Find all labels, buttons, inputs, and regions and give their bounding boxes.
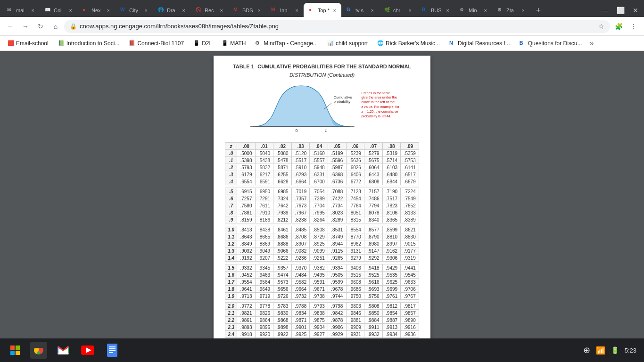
prob-cell: .8665 (255, 233, 273, 240)
table-row: .6.7257.7291.7324.7357.7389.7422.7454.74… (225, 195, 419, 202)
forward-button[interactable]: → (19, 20, 32, 33)
address-bar[interactable]: 🔒 cnow.apps.ng.cengage.com/ilrn/books/as… (64, 20, 610, 33)
tab-rec[interactable]: 🚫 Rec × (190, 3, 228, 17)
prob-cell: .7517 (382, 195, 401, 202)
prob-cell: .9778 (255, 303, 273, 310)
bell-curve-fill (253, 86, 350, 126)
tab-zta[interactable]: ⚙ Zta × (492, 3, 530, 17)
prob-cell: .5948 (310, 164, 328, 171)
tab-favicon-city: W (120, 7, 127, 14)
prob-cell: .6844 (382, 178, 401, 185)
bookmark-quesitons[interactable]: B Quesitons for Discu... (516, 39, 586, 48)
prob-cell: .5359 (401, 150, 419, 157)
tab-close-col[interactable]: × (69, 8, 72, 13)
prob-cell: .9429 (382, 264, 401, 272)
bookmark-favicon-child: 📊 (327, 40, 334, 47)
tab-close-inb[interactable]: × (296, 8, 298, 13)
tab-close-bds[interactable]: × (258, 8, 261, 13)
tab-col[interactable]: 📖 Col × (40, 3, 77, 17)
taskbar-docs-icon[interactable] (104, 342, 121, 359)
prob-cell: .7642 (273, 202, 292, 209)
tab-close-top[interactable]: × (333, 8, 336, 13)
taskbar-chrome-icon[interactable] (30, 342, 47, 359)
tab-close-nex[interactable]: × (107, 8, 110, 13)
battery-icon: 🔋 (611, 346, 619, 354)
prob-cell: .6700 (310, 178, 328, 185)
tab-close-min[interactable]: × (484, 8, 487, 13)
tab-favicon-nex: ● (83, 7, 89, 14)
bookmark-child-support[interactable]: 📊 child support (323, 39, 372, 48)
tab-favicon-dra: 🌐 (158, 7, 165, 14)
z-value-cell: .2 (225, 164, 237, 171)
bookmark-digital-resources[interactable]: N Digital Resources f... (446, 39, 514, 48)
prob-cell: .8023 (328, 209, 347, 216)
table-row: 2.0.9772.9778.9783.9788.9793.9798.9803.9… (225, 303, 419, 310)
maximize-button[interactable]: ⬜ (614, 4, 627, 17)
bookmark-star-icon[interactable]: ☆ (598, 23, 604, 30)
tab-top[interactable]: ● Top * × (304, 3, 341, 17)
prob-cell: .9115 (328, 247, 347, 255)
tab-favicon-col: 📖 (45, 7, 51, 14)
prob-cell: .9345 (255, 264, 273, 272)
bookmarks-more-icon[interactable]: » (590, 39, 594, 48)
address-url: cnow.apps.ng.cengage.com/ilrn/books/ases… (80, 23, 592, 30)
tab-bus[interactable]: B BUS × (417, 3, 454, 17)
prob-cell: .9868 (273, 317, 292, 324)
tab-inb[interactable]: M Inb × (266, 3, 304, 17)
tab-nex[interactable]: ● Nex × (77, 3, 115, 17)
close-button[interactable]: ✕ (629, 4, 642, 17)
tab-close-rec[interactable]: × (220, 8, 223, 13)
bookmark-d2l[interactable]: 📱 D2L (190, 39, 216, 48)
menu-button[interactable]: ⋮ (627, 20, 640, 33)
taskbar-left (8, 342, 121, 359)
bell-curve-svg: 0 z Cumulative probability Entries in th… (225, 82, 419, 139)
prob-cell: .5557 (310, 157, 328, 164)
extensions-button[interactable]: 🧩 (612, 20, 625, 33)
bookmark-mindtap[interactable]: ⚙ MindTap - Cengage... (251, 39, 322, 48)
prob-cell: .9934 (382, 331, 401, 338)
prob-cell: .7967 (291, 209, 310, 216)
bookmark-label-soci: Introduction to Soci... (66, 40, 120, 47)
tab-bar: ✉ mai × 📖 Col × ● Nex × W City × 🌐 Dra ×… (0, 0, 644, 17)
tab-mai[interactable]: ✉ mai × (2, 3, 40, 17)
minimize-button[interactable]: — (599, 4, 612, 17)
prob-cell: .6664 (291, 178, 310, 185)
tab-tvs[interactable]: G tv s × (341, 3, 379, 17)
prob-cell: .9842 (328, 310, 347, 317)
prob-cell: .5319 (382, 150, 401, 157)
tab-close-city[interactable]: × (145, 8, 148, 13)
home-button[interactable]: ⌂ (49, 20, 62, 33)
taskbar-youtube-icon[interactable] (79, 342, 96, 359)
bookmarks-bar: 🟥 Email-school 📗 Introduction to Soci...… (0, 36, 644, 51)
back-button[interactable]: ← (4, 20, 17, 33)
bookmark-intro-soci[interactable]: 📗 Introduction to Soci... (54, 39, 124, 48)
tab-dra[interactable]: 🌐 Dra × (153, 3, 190, 17)
prob-cell: .8888 (273, 240, 292, 247)
tab-bds[interactable]: M BDS × (228, 3, 266, 17)
bookmark-email-school[interactable]: 🟥 Email-school (4, 39, 52, 48)
tab-close-dra[interactable]: × (182, 8, 185, 13)
add-icon[interactable]: ⊕ (583, 345, 590, 355)
bookmark-math[interactable]: 📱 MATH (218, 39, 249, 48)
taskbar-gmail-icon[interactable] (55, 342, 72, 359)
tab-close-zta[interactable]: × (522, 8, 525, 13)
tab-close-chr[interactable]: × (409, 8, 412, 13)
bookmark-rick-barker[interactable]: 🌐 Rick Barker's Music... (373, 39, 444, 48)
tab-close-bus[interactable]: × (446, 8, 449, 13)
prob-cell: .8461 (273, 226, 292, 233)
bookmark-connect-biol[interactable]: 📕 Connect-Biol 1107 (125, 39, 188, 48)
prob-cell: .9925 (291, 331, 310, 338)
windows-icon[interactable] (8, 343, 23, 358)
prob-cell: .9916 (401, 324, 419, 331)
tab-city[interactable]: W City × (115, 3, 153, 17)
tab-min[interactable]: ⚙ Min × (454, 3, 492, 17)
tab-chr[interactable]: 🌿 chr × (379, 3, 417, 17)
col-header-06: .06 (346, 143, 364, 150)
prob-cell: .5398 (237, 157, 256, 164)
prob-cell: .9505 (328, 272, 347, 279)
cumulative-prob-label1: Cumulative (334, 95, 352, 99)
new-tab-button[interactable]: + (532, 4, 545, 17)
reload-button[interactable]: ↻ (34, 20, 47, 33)
tab-close-mai[interactable]: × (32, 8, 34, 13)
tab-close-tvs[interactable]: × (371, 8, 374, 13)
